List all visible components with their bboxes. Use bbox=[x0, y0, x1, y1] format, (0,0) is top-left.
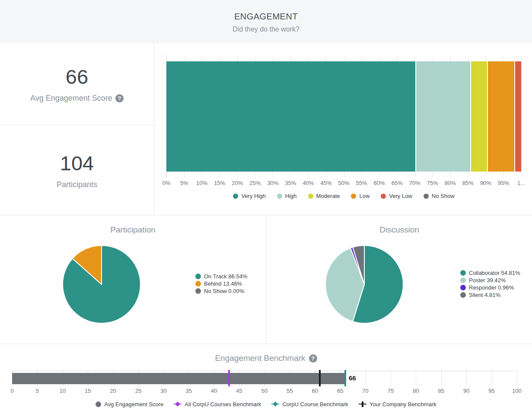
x-axis-tick-label: 0 bbox=[3, 388, 21, 394]
x-axis-tick-label: 90 bbox=[458, 388, 475, 394]
legend-item-corpu-course-benchmark[interactable]: CorpU Course Benchmark bbox=[271, 401, 348, 408]
legend-item-label: On Track 86.54% bbox=[204, 273, 247, 280]
legend-item-label: Very Low bbox=[389, 193, 412, 199]
legend-marker-icon bbox=[351, 194, 356, 199]
bar-segment-high bbox=[415, 61, 470, 172]
x-axis-tick-label: 65 bbox=[331, 388, 349, 394]
x-axis-tick-label: 55 bbox=[281, 388, 298, 394]
participants-label-text: Participants bbox=[57, 180, 97, 189]
x-axis-tick-label: 50 bbox=[256, 388, 273, 394]
gridline bbox=[391, 370, 391, 386]
legend-item-all-corpu-courses-benchmark[interactable]: All CorpU Courses Benchmark bbox=[174, 401, 261, 408]
legend-item-low[interactable]: Low bbox=[351, 193, 370, 199]
x-axis-tick-label: 75% bbox=[423, 180, 442, 186]
legend-item-label: Low bbox=[359, 193, 370, 199]
gridline bbox=[366, 370, 366, 386]
legend-item-label: Poster 39.42% bbox=[469, 277, 506, 283]
x-axis-tick-label: 45% bbox=[316, 180, 335, 186]
x-axis-tick-label: 80 bbox=[407, 388, 424, 394]
legend-marker-icon bbox=[460, 270, 466, 276]
x-axis-tick-label: 30% bbox=[263, 180, 282, 186]
x-axis-tick-label: 10% bbox=[192, 180, 211, 186]
avg-engagement-score-label: Avg Engagement Score ? bbox=[30, 94, 124, 103]
legend-marker-shape bbox=[362, 401, 363, 407]
pie-charts-row: Participation On Track 86.54%Behind 13.4… bbox=[0, 215, 532, 344]
avg-engagement-score-label-text: Avg Engagement Score bbox=[30, 94, 112, 103]
legend-item-label: Silent 4.81% bbox=[469, 292, 500, 298]
legend-marker-icon bbox=[195, 288, 201, 294]
x-axis-tick-label: 25% bbox=[245, 180, 264, 186]
x-axis-tick-label: 65% bbox=[388, 180, 407, 186]
legend-item-behind[interactable]: Behind 13.46% bbox=[195, 280, 247, 287]
stats-panel: 66 Avg Engagement Score ? 104 Participan… bbox=[0, 43, 154, 215]
x-axis-tick-label: 70% bbox=[405, 180, 424, 186]
gridline bbox=[466, 370, 467, 386]
legend-marker-shape bbox=[175, 401, 180, 406]
legend-item-high[interactable]: High bbox=[277, 193, 297, 199]
legend-item-label: Moderate bbox=[316, 193, 340, 199]
legend-item-silent[interactable]: Silent 4.81% bbox=[460, 291, 520, 299]
legend-marker-shape bbox=[273, 401, 278, 406]
legend-item-avg-engagement-score[interactable]: Avg Engagement Score bbox=[96, 401, 163, 408]
x-axis-tick-label: 30 bbox=[155, 388, 172, 394]
benchmark-title-text: Engagement Benchmark bbox=[215, 353, 305, 363]
x-axis-tick-label: 20% bbox=[228, 180, 247, 186]
x-axis-tick-label: 95 bbox=[483, 388, 500, 394]
benchmark-marker-your-company-benchmark bbox=[319, 370, 321, 386]
x-axis-tick-label: 0% bbox=[157, 180, 176, 186]
legend-item-label: Your Company Benchmark bbox=[370, 401, 436, 408]
benchmark-marker-corpu-course-benchmark bbox=[344, 370, 346, 386]
legend-item-label: No Show bbox=[432, 193, 455, 199]
x-axis-tick-label: 25 bbox=[130, 388, 147, 394]
benchmark-section: Engagement Benchmark ? 05101520253035404… bbox=[0, 344, 532, 414]
page-title: ENGAGEMENT bbox=[0, 0, 532, 22]
x-axis-tick-label: 1... bbox=[512, 180, 531, 186]
legend-marker-icon bbox=[460, 277, 466, 283]
legend-item-label: High bbox=[285, 193, 297, 199]
legend-item-on-track[interactable]: On Track 86.54% bbox=[195, 273, 247, 280]
legend-item-label: Very High bbox=[241, 193, 265, 199]
x-axis-tick-label: 75 bbox=[382, 388, 399, 394]
legend-item-moderate[interactable]: Moderate bbox=[308, 193, 340, 199]
benchmark-title: Engagement Benchmark ? bbox=[0, 353, 532, 363]
x-axis-tick-label: 80% bbox=[441, 180, 460, 186]
legend-marker-icon bbox=[96, 401, 101, 407]
legend-item-responder[interactable]: Responder 0.96% bbox=[460, 284, 520, 291]
discussion-card: Discussion Collaborator 54.81%Poster 39.… bbox=[267, 215, 532, 344]
help-icon[interactable]: ? bbox=[115, 94, 124, 102]
benchmark-bar bbox=[12, 373, 345, 384]
gridline bbox=[517, 370, 517, 386]
legend-item-collaborator[interactable]: Collaborator 54.81% bbox=[460, 269, 520, 277]
legend-marker-icon bbox=[460, 285, 466, 290]
avg-engagement-score-value: 66 bbox=[66, 65, 88, 89]
x-axis-tick-label: 60 bbox=[306, 388, 324, 394]
legend-item-very-low[interactable]: Very Low bbox=[381, 193, 412, 199]
legend-marker-icon bbox=[424, 194, 429, 199]
benchmark-marker-all-corpu-courses-benchmark bbox=[228, 370, 230, 386]
x-axis-tick-label: 15% bbox=[210, 180, 229, 186]
x-axis-tick-label: 5% bbox=[175, 180, 194, 186]
axis-line bbox=[12, 371, 517, 371]
legend-marker-icon bbox=[195, 274, 201, 279]
legend-item-your-company-benchmark[interactable]: Your Company Benchmark bbox=[359, 401, 436, 408]
x-axis-tick-label: 90% bbox=[476, 180, 495, 186]
legend-marker-icon bbox=[460, 292, 466, 298]
legend-marker-icon bbox=[271, 401, 279, 407]
legend-item-no-show[interactable]: No Show bbox=[424, 193, 455, 199]
bar-segment-very-high bbox=[166, 61, 415, 172]
page-subtitle: Did they do the work? bbox=[0, 25, 532, 33]
gridline bbox=[492, 370, 492, 386]
legend-item-very-high[interactable]: Very High bbox=[233, 193, 265, 199]
x-axis-tick-label: 10 bbox=[54, 388, 71, 394]
x-axis-tick-label: 60% bbox=[370, 180, 389, 186]
legend-marker-icon bbox=[233, 194, 238, 199]
help-icon[interactable]: ? bbox=[309, 354, 317, 363]
chart-legend: Very HighHighModerateLowVery LowNo Show bbox=[166, 193, 521, 199]
legend-item-label: All CorpU Courses Benchmark bbox=[185, 401, 261, 408]
x-axis-tick-label: 100 bbox=[508, 388, 526, 394]
x-axis-tick-label: 70 bbox=[357, 388, 374, 394]
x-axis-tick-label: 55% bbox=[352, 180, 371, 186]
legend-item-label: Avg Engagement Score bbox=[104, 401, 163, 408]
legend-item-no-show[interactable]: No Show 0.00% bbox=[195, 287, 247, 295]
legend-item-poster[interactable]: Poster 39.42% bbox=[460, 277, 520, 284]
